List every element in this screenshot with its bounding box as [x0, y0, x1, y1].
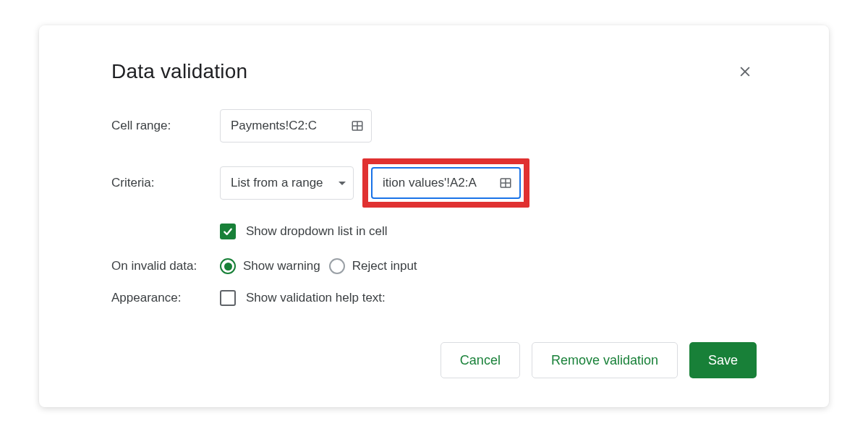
help-text-checkbox[interactable]	[220, 290, 236, 306]
close-button[interactable]	[733, 60, 757, 83]
criteria-range-input[interactable]: ition values'!A2:A	[371, 167, 521, 199]
cancel-button[interactable]: Cancel	[441, 342, 520, 378]
on-invalid-label: On invalid data:	[111, 259, 220, 273]
cell-range-label: Cell range:	[111, 119, 220, 133]
chevron-down-icon	[339, 182, 346, 185]
dialog-buttons: Cancel Remove validation Save	[111, 342, 757, 378]
criteria-row: Criteria: List from a range ition values…	[111, 158, 757, 208]
cell-range-value: Payments!C2:C	[231, 119, 317, 133]
criteria-type-select[interactable]: List from a range	[220, 166, 354, 200]
help-text-label: Show validation help text:	[246, 291, 386, 305]
cell-range-input[interactable]: Payments!C2:C	[220, 109, 372, 142]
save-button[interactable]: Save	[689, 342, 757, 378]
radio-icon	[220, 258, 236, 274]
close-icon	[738, 64, 752, 79]
criteria-label: Criteria:	[111, 176, 220, 190]
dialog-header: Data validation	[111, 60, 757, 83]
criteria-range-value: ition values'!A2:A	[383, 176, 493, 190]
dialog-title: Data validation	[111, 60, 247, 83]
criteria-type-value: List from a range	[231, 176, 323, 190]
cell-range-row: Cell range: Payments!C2:C	[111, 109, 757, 142]
radio-show-warning-label: Show warning	[243, 259, 320, 273]
show-dropdown-label: Show dropdown list in cell	[246, 224, 388, 239]
radio-icon	[329, 258, 345, 274]
grid-icon[interactable]	[499, 176, 512, 190]
radio-reject-input-label: Reject input	[352, 259, 417, 273]
radio-show-warning[interactable]: Show warning	[220, 258, 320, 274]
criteria-range-highlight: ition values'!A2:A	[362, 158, 529, 208]
appearance-label: Appearance:	[111, 291, 220, 305]
appearance-row: Appearance: Show validation help text:	[111, 290, 757, 306]
on-invalid-row: On invalid data: Show warning Reject inp…	[111, 258, 757, 274]
data-validation-dialog: Data validation Cell range: Payments!C2:…	[39, 25, 829, 407]
check-icon	[222, 226, 234, 237]
radio-reject-input[interactable]: Reject input	[329, 258, 417, 274]
show-dropdown-row: Show dropdown list in cell	[220, 224, 757, 239]
remove-validation-button[interactable]: Remove validation	[532, 342, 678, 378]
grid-icon[interactable]	[351, 119, 364, 132]
show-dropdown-checkbox[interactable]	[220, 224, 236, 239]
